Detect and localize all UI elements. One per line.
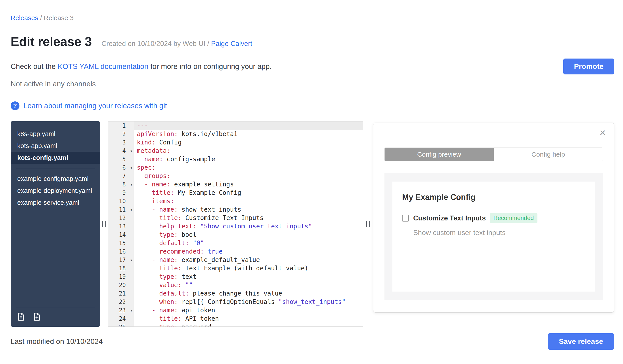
file-tree-item[interactable]: example-deployment.yaml	[11, 185, 100, 197]
author-link[interactable]: Paige Calvert	[211, 40, 252, 47]
fold-toggle-icon[interactable]: ▾	[130, 163, 133, 172]
last-modified: Last modified on 10/10/2024	[11, 337, 103, 346]
line-number: 6▾	[108, 163, 134, 172]
line-number: 2	[108, 130, 134, 138]
file-name: kots-app.yaml	[17, 141, 57, 150]
resize-gutter-right	[363, 121, 373, 327]
panel-resize-handle-left[interactable]	[102, 221, 106, 227]
tab-config-help[interactable]: Config help	[494, 148, 603, 161]
line-number: 13	[108, 222, 134, 231]
file-name: k8s-app.yaml	[17, 129, 55, 138]
code-text: title: My Example Config	[134, 189, 363, 197]
file-name: example-configmap.yaml	[17, 174, 89, 183]
code-text: help_text: "Show custom user text inputs…	[134, 222, 363, 231]
code-line-6[interactable]: 6▾spec:	[108, 163, 363, 172]
file-name: kots-config.yaml	[17, 153, 68, 162]
help-question-icon[interactable]: ?	[11, 101, 20, 110]
code-text: title: API token	[134, 315, 363, 323]
line-number: 10	[108, 197, 134, 205]
code-line-22[interactable]: 22 when: repl{{ ConfigOptionEquals "show…	[108, 298, 363, 306]
yaml-editor[interactable]: 1---2apiVersion: kots.io/v1beta13kind: C…	[108, 121, 363, 327]
config-item-help: Show custom user text inputs	[413, 229, 585, 237]
line-number: 21	[108, 289, 134, 298]
promote-button[interactable]: Promote	[563, 59, 614, 74]
code-text: - name: api_token	[134, 306, 363, 315]
code-text: groups:	[134, 172, 363, 180]
code-line-11[interactable]: 11▾ - name: show_text_inputs	[108, 205, 363, 214]
created-info: Created on 10/10/2024 by Web UI / Paige …	[101, 40, 252, 48]
doc-info: Check out the KOTS YAML documentation fo…	[11, 62, 272, 71]
breadcrumb-current: Release 3	[44, 14, 74, 21]
config-item-label: Customize Text Inputs	[413, 214, 486, 222]
file-tree-item[interactable]: kots-config.yaml	[11, 152, 100, 164]
kots-docs-link[interactable]: KOTS YAML documentation	[58, 62, 148, 70]
code-text: type: password	[134, 323, 363, 327]
code-line-24[interactable]: 24 title: API token	[108, 315, 363, 323]
code-line-5[interactable]: 5 name: config-sample	[108, 155, 363, 163]
config-checkbox[interactable]	[402, 215, 409, 222]
page-title: Edit release 3	[11, 34, 92, 49]
line-number: 11▾	[108, 205, 134, 214]
code-text: type: text	[134, 273, 363, 281]
code-line-13[interactable]: 13 help_text: "Show custom user text inp…	[108, 222, 363, 231]
file-tree: k8s-app.yamlkots-app.yamlkots-config.yam…	[11, 128, 100, 208]
fold-toggle-icon[interactable]: ▾	[130, 306, 133, 315]
file-tree-item[interactable]: example-service.yaml	[11, 197, 100, 208]
code-text: kind: Config	[134, 138, 363, 147]
line-number: 22	[108, 298, 134, 306]
fold-toggle-icon[interactable]: ▾	[130, 147, 133, 155]
file-tree-item[interactable]: k8s-app.yaml	[11, 128, 100, 140]
upload-file-icon[interactable]	[16, 312, 26, 322]
code-line-19[interactable]: 19 type: text	[108, 273, 363, 281]
code-line-15[interactable]: 15 default: "0"	[108, 239, 363, 247]
save-release-button[interactable]: Save release	[548, 333, 614, 350]
code-line-20[interactable]: 20 value: ""	[108, 281, 363, 289]
code-line-9[interactable]: 9 title: My Example Config	[108, 189, 363, 197]
close-icon[interactable]: ✕	[599, 129, 606, 137]
code-line-16[interactable]: 16 recommended: true	[108, 247, 363, 256]
code-line-17[interactable]: 17▾ - name: example_default_value	[108, 256, 363, 264]
code-line-23[interactable]: 23▾ - name: api_token	[108, 306, 363, 315]
line-number: 5	[108, 155, 134, 163]
tab-config-preview[interactable]: Config preview	[385, 148, 494, 161]
file-name: example-service.yaml	[17, 198, 79, 207]
preview-tab-bar: Config previewConfig help	[384, 147, 603, 161]
file-tree-item[interactable]: example-configmap.yaml	[11, 173, 100, 185]
breadcrumb-releases-link[interactable]: Releases	[11, 14, 38, 21]
line-number: 16	[108, 247, 134, 256]
code-text: - name: example_settings	[134, 180, 363, 189]
fold-toggle-icon[interactable]: ▾	[130, 205, 133, 214]
file-actions	[16, 307, 95, 322]
new-file-icon[interactable]	[32, 312, 42, 322]
code-line-14[interactable]: 14 type: bool	[108, 231, 363, 239]
code-line-4[interactable]: 4▾metadata:	[108, 147, 363, 155]
panel-resize-handle-right[interactable]	[366, 221, 370, 227]
code-line-7[interactable]: 7 groups:	[108, 172, 363, 180]
fold-toggle-icon[interactable]: ▾	[130, 180, 133, 189]
fold-toggle-icon[interactable]: ▾	[130, 256, 133, 264]
line-number: 25	[108, 323, 134, 327]
line-number: 20	[108, 281, 134, 289]
code-line-25[interactable]: 25 type: password	[108, 323, 363, 327]
line-number: 15	[108, 239, 134, 247]
code-line-18[interactable]: 18 title: Text Example (with default val…	[108, 264, 363, 273]
config-preview-panel: ✕ Config previewConfig help My Example C…	[373, 122, 614, 313]
line-number: 9	[108, 189, 134, 197]
created-text: Created on 10/10/2024 by Web UI /	[101, 40, 209, 47]
code-line-10[interactable]: 10 items:	[108, 197, 363, 205]
line-number: 24	[108, 315, 134, 323]
code-line-1[interactable]: 1---	[108, 121, 363, 130]
file-tree-item[interactable]: kots-app.yaml	[11, 140, 100, 152]
line-number: 3	[108, 138, 134, 147]
doc-info-suffix: for more info on configuring your app.	[150, 62, 271, 70]
code-text: when: repl{{ ConfigOptionEquals "show_te…	[134, 298, 363, 306]
code-line-8[interactable]: 8▾ - name: example_settings	[108, 180, 363, 189]
code-line-21[interactable]: 21 default: please change this value	[108, 289, 363, 298]
code-line-12[interactable]: 12 title: Customize Text Inputs	[108, 214, 363, 222]
code-line-3[interactable]: 3kind: Config	[108, 138, 363, 147]
code-line-2[interactable]: 2apiVersion: kots.io/v1beta1	[108, 130, 363, 138]
line-number: 4▾	[108, 147, 134, 155]
preview-body: My Example Config Customize Text Inputs …	[384, 173, 603, 300]
git-help-link[interactable]: Learn about managing your releases with …	[23, 101, 167, 110]
code-text: metadata:	[134, 147, 363, 155]
